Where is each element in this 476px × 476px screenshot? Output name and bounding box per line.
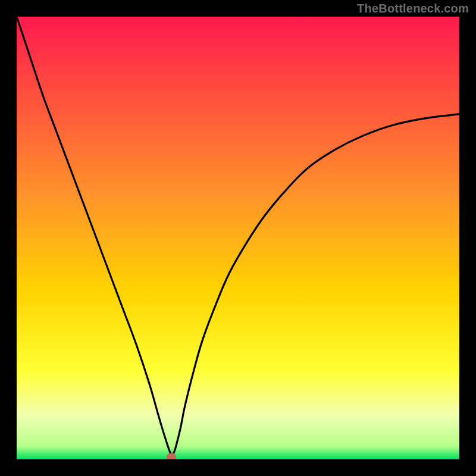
curve-layer (17, 17, 459, 459)
plot-area (17, 17, 459, 459)
chart-frame: TheBottleneck.com (0, 0, 476, 476)
bottleneck-curve (17, 17, 459, 455)
optimum-marker (167, 453, 176, 459)
watermark-text: TheBottleneck.com (357, 2, 469, 15)
